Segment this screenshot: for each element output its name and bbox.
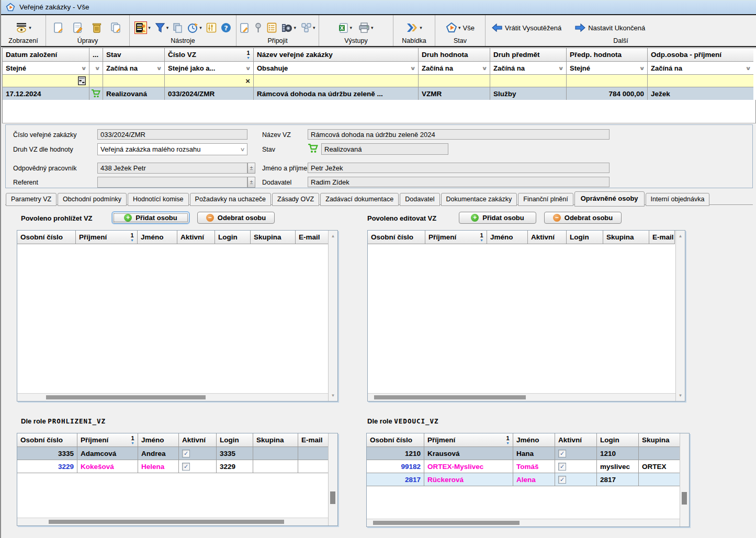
col-jmeno[interactable]: Jméno: [138, 433, 179, 447]
col-prijmeni[interactable]: Příjmení1▼: [77, 433, 138, 447]
edit-record-button[interactable]: [73, 22, 83, 33]
remove-person-edit-button[interactable]: −Odebrat osobu: [544, 212, 622, 224]
filter-value-datum[interactable]: [3, 75, 89, 87]
filter-value-druh-predmet[interactable]: [490, 75, 567, 87]
active-checkbox[interactable]: ✓: [182, 450, 190, 457]
col-prijmeni[interactable]: Příjmení1▼: [76, 231, 138, 244]
calculator-icon[interactable]: [78, 76, 86, 85]
col-header-cislo[interactable]: Číslo VZ1▼: [165, 48, 254, 62]
list-button[interactable]: [267, 22, 277, 33]
filter-dots[interactable]: ∨: [89, 62, 103, 75]
col-skupina[interactable]: Skupina: [253, 433, 298, 447]
col-header-stav[interactable]: Stav: [103, 48, 165, 62]
person-row[interactable]: 3335 Adamcová Andrea ✓ 3335: [17, 447, 328, 460]
col-header-datum[interactable]: Datum založení: [3, 48, 89, 62]
tab-dodavatel[interactable]: Dodavatel: [400, 193, 439, 206]
filter-value-nazev[interactable]: [254, 75, 419, 87]
col-osobni-cislo[interactable]: Osobní číslo: [368, 231, 425, 244]
col-header-odp-osoba[interactable]: Odp.osoba - příjmení: [648, 48, 753, 62]
settings-sliders-button[interactable]: [206, 22, 217, 33]
filter-cislo[interactable]: Stejné jako a...∨: [165, 62, 254, 75]
druh-vz-select[interactable]: Veřejná zakázka malého rozsahu∨: [97, 143, 247, 155]
delete-record-button[interactable]: [92, 22, 101, 33]
vratit-vysoutezena-button[interactable]: Vrátit Vysoutěžená: [492, 24, 561, 32]
pin-button[interactable]: [254, 22, 262, 33]
osoba-field[interactable]: Petr Ježek: [308, 163, 610, 173]
referent-lookup-button[interactable]: ±: [247, 177, 255, 188]
filter-value-predp-hodnota[interactable]: [567, 75, 648, 87]
tab-zasady-ovz[interactable]: Zásady OVZ: [272, 193, 319, 206]
state-filter-button[interactable]: ▾: [446, 22, 461, 33]
col-email[interactable]: E-mail: [298, 433, 329, 447]
copy-record-button[interactable]: [110, 22, 122, 33]
filter-nazev[interactable]: Obsahuje∨: [254, 62, 419, 75]
active-checkbox[interactable]: ✓: [558, 450, 566, 457]
col-header-predp-hodnota[interactable]: Předp. hodnota: [567, 48, 648, 62]
dodavatel-field[interactable]: Radim Zídek: [308, 177, 610, 187]
horizontal-scrollbar[interactable]: [367, 519, 680, 526]
odpovedny-field[interactable]: 438 Ježek Petr: [97, 163, 247, 174]
col-aktivni[interactable]: Aktivní: [177, 231, 215, 244]
col-skupina[interactable]: Skupina: [603, 231, 649, 244]
filter-odp-osoba[interactable]: Začíná na∨: [648, 62, 753, 75]
column-settings-button[interactable]: ▾: [134, 21, 151, 34]
horizontal-scrollbar[interactable]: [17, 518, 328, 525]
horizontal-scrollbar[interactable]: [368, 393, 675, 401]
col-aktivni[interactable]: Aktivní: [555, 433, 597, 447]
col-email[interactable]: E-mail: [296, 231, 329, 244]
vertical-scrollbar[interactable]: [680, 433, 689, 526]
tab-parametry-vz[interactable]: Parametry VZ: [6, 193, 57, 206]
filter-stav[interactable]: Začíná na∨: [103, 62, 165, 75]
col-jmeno[interactable]: Jméno: [138, 231, 177, 244]
person-row[interactable]: 2817 Rückerová Alena ✓ 2817: [367, 473, 680, 486]
referent-field[interactable]: [97, 177, 247, 188]
clear-filter-icon[interactable]: ×: [245, 76, 250, 85]
col-aktivni[interactable]: Aktivní: [528, 231, 567, 244]
tab-financni-plneni[interactable]: Finanční plnění: [518, 193, 573, 206]
new-record-button[interactable]: [53, 22, 64, 33]
nazev-vz-field[interactable]: Rámcová dohoda na údržbu zeleně 2024: [308, 129, 610, 140]
scroll-down-icon[interactable]: ▼: [676, 393, 685, 398]
note-button[interactable]: [240, 22, 250, 33]
contract-row[interactable]: 17.12.2024 Realizovaná 033/2024/ZMR Rámc…: [3, 87, 756, 100]
vertical-scrollbar[interactable]: [328, 433, 337, 525]
scroll-down-icon[interactable]: ▼: [329, 393, 337, 398]
tab-pozadavky-na-uchazece[interactable]: Požadavky na uchazeče: [190, 193, 272, 206]
col-header-nazev[interactable]: Název veřejné zakázky: [254, 48, 419, 62]
filter-predp-hodnota[interactable]: Stejné∨: [567, 62, 648, 75]
col-header-dots[interactable]: ...: [89, 48, 103, 62]
history-refresh-button[interactable]: ▾: [187, 22, 202, 33]
media-disc-button[interactable]: ▾: [281, 22, 296, 33]
filter-datum[interactable]: Stejné∨: [3, 62, 89, 75]
col-osobni-cislo[interactable]: Osobní číslo: [17, 433, 77, 447]
col-email[interactable]: E-mail: [649, 231, 675, 244]
col-skupina[interactable]: Skupina: [251, 231, 296, 244]
scroll-thumb[interactable]: [330, 491, 335, 504]
active-checkbox[interactable]: ✓: [182, 463, 190, 471]
remove-person-view-button[interactable]: −Odebrat osobu: [197, 212, 275, 224]
person-row[interactable]: 99182 ORTEX-Myslivec Tomáš ✓ myslivec OR…: [367, 460, 680, 473]
add-person-view-button[interactable]: +Přidat osobu: [112, 212, 189, 224]
col-jmeno[interactable]: Jméno: [513, 433, 555, 447]
filter-button[interactable]: ▾: [155, 22, 169, 33]
col-prijmeni[interactable]: Příjmení1▼: [425, 231, 487, 244]
col-prijmeni[interactable]: Příjmení1▼: [424, 433, 513, 447]
col-skupina[interactable]: Skupina: [639, 433, 680, 447]
tab-dokumentace-zakazky[interactable]: Dokumentace zakázky: [441, 193, 517, 206]
filter-value-druh-hodnota[interactable]: [419, 75, 490, 87]
odpovedny-lookup-button[interactable]: ±: [247, 163, 255, 174]
tab-hodnotici-komise[interactable]: Hodnotící komise: [128, 193, 189, 206]
vertical-scrollbar[interactable]: ▲▼: [328, 231, 337, 401]
active-checkbox[interactable]: ✓: [558, 476, 566, 484]
vertical-scrollbar[interactable]: ▲▼: [675, 231, 685, 401]
col-header-druh-predmet[interactable]: Druh předmět: [490, 48, 567, 62]
horizontal-scrollbar[interactable]: [17, 393, 328, 401]
tab-obchodni-podminky[interactable]: Obchodní podmínky: [58, 193, 127, 206]
nastavit-ukoncena-button[interactable]: Nastavit Ukončená: [575, 24, 645, 32]
links-button[interactable]: ▾: [301, 22, 315, 33]
tab-opravnene-osoby[interactable]: Oprávněné osoby: [574, 191, 645, 207]
filter-value-odp-osoba[interactable]: [648, 75, 753, 87]
scroll-thumb[interactable]: [682, 492, 687, 505]
col-login[interactable]: Login: [567, 231, 603, 244]
stav-field[interactable]: Realizovaná: [321, 143, 448, 155]
